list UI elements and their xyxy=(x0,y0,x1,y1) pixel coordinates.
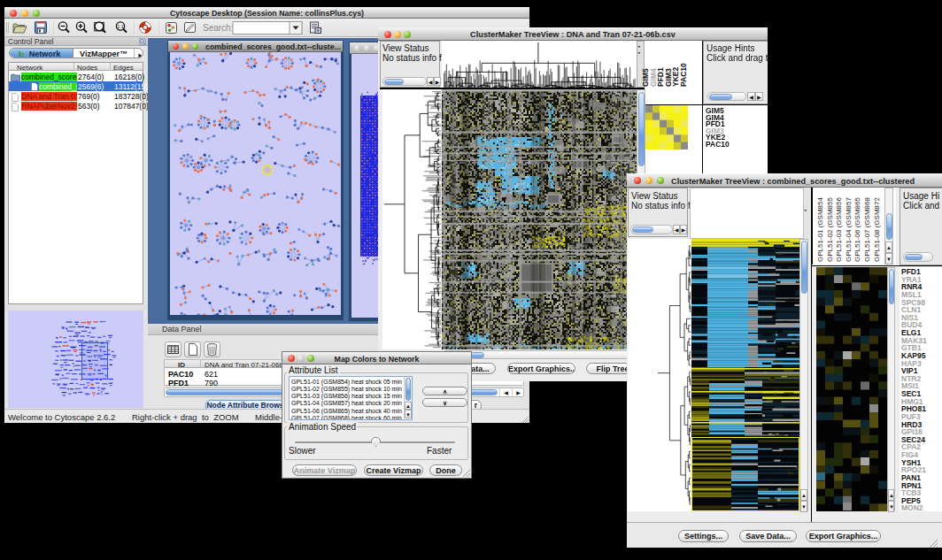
svg-text:1:1: 1:1 xyxy=(117,24,124,29)
svg-text:Search:: Search: xyxy=(203,23,233,33)
